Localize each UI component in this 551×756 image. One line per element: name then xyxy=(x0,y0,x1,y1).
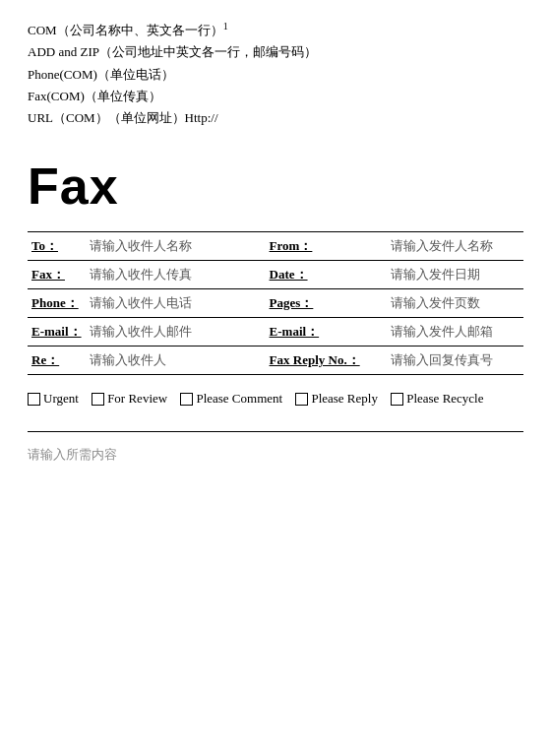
checkbox-item-1[interactable]: For Review xyxy=(92,389,167,410)
field-label-right-2: Pages： xyxy=(266,288,388,317)
checkbox-label-1: For Review xyxy=(107,389,167,410)
content-placeholder[interactable]: 请输入所需内容 xyxy=(28,446,523,464)
checkbox-section: Urgent For Review Please Comment Please … xyxy=(0,375,551,419)
field-value-right-3[interactable]: 请输入发件人邮箱 xyxy=(387,317,523,346)
field-label-right-3: E-mail： xyxy=(266,317,388,346)
field-value-right-2[interactable]: 请输入发件页数 xyxy=(387,288,523,317)
field-value-left-4[interactable]: 请输入收件人 xyxy=(86,346,258,374)
field-label-left-4: Re： xyxy=(28,346,86,374)
checkbox-box-2[interactable] xyxy=(180,393,193,406)
content-section: 请输入所需内容 xyxy=(0,431,551,464)
checkbox-label-3: Please Reply xyxy=(311,389,378,410)
checkbox-item-0[interactable]: Urgent xyxy=(28,389,79,410)
checkbox-item-2[interactable]: Please Comment xyxy=(180,389,282,410)
field-value-left-0[interactable]: 请输入收件人名称 xyxy=(86,231,258,260)
header-line-5: URL（COM）（单位网址）Http:// xyxy=(28,107,523,129)
field-label-right-1: Date： xyxy=(266,260,388,288)
checkbox-label-2: Please Comment xyxy=(196,389,282,410)
header-line-3: Phone(COM)（单位电话） xyxy=(28,64,523,86)
field-value-left-2[interactable]: 请输入收件人电话 xyxy=(86,288,258,317)
checkbox-label-0: Urgent xyxy=(43,389,79,410)
checkbox-label-4: Please Recycle xyxy=(406,389,483,410)
checkbox-item-4[interactable]: Please Recycle xyxy=(391,389,483,410)
form-row: Fax： 请输入收件人传真 Date： 请输入发件日期 xyxy=(28,260,523,288)
header-section: COM（公司名称中、英文各一行）1 ADD and ZIP（公司地址中英文各一行… xyxy=(0,0,551,139)
header-line-4: Fax(COM)（单位传真） xyxy=(28,86,523,107)
page: COM（公司名称中、英文各一行）1 ADD and ZIP（公司地址中英文各一行… xyxy=(0,0,551,756)
field-label-left-3: E-mail： xyxy=(28,317,86,346)
fax-title-section: Fax xyxy=(0,139,551,225)
field-value-right-4[interactable]: 请输入回复传真号 xyxy=(387,346,523,374)
field-label-left-0: To： xyxy=(28,231,86,260)
field-label-right-4: Fax Reply No.： xyxy=(266,346,388,374)
checkbox-box-0[interactable] xyxy=(28,393,40,406)
form-section: To： 请输入收件人名称 From： 请输入发件人名称 Fax： 请输入收件人传… xyxy=(0,231,551,375)
header-line-1: COM（公司名称中、英文各一行）1 xyxy=(28,18,523,41)
fax-title: Fax xyxy=(28,157,523,216)
field-value-right-0[interactable]: 请输入发件人名称 xyxy=(387,231,523,260)
checkbox-box-4[interactable] xyxy=(391,393,403,406)
form-row: Phone： 请输入收件人电话 Pages： 请输入发件页数 xyxy=(28,288,523,317)
content-divider xyxy=(28,431,523,432)
form-table: To： 请输入收件人名称 From： 请输入发件人名称 Fax： 请输入收件人传… xyxy=(28,231,523,375)
form-row: E-mail： 请输入收件人邮件 E-mail： 请输入发件人邮箱 xyxy=(28,317,523,346)
header-line-2: ADD and ZIP（公司地址中英文各一行，邮编号码） xyxy=(28,41,523,63)
form-row: Re： 请输入收件人 Fax Reply No.： 请输入回复传真号 xyxy=(28,346,523,374)
field-value-left-1[interactable]: 请输入收件人传真 xyxy=(86,260,258,288)
form-row: To： 请输入收件人名称 From： 请输入发件人名称 xyxy=(28,231,523,260)
checkbox-item-3[interactable]: Please Reply xyxy=(295,389,378,410)
checkbox-box-1[interactable] xyxy=(92,393,104,406)
field-label-left-1: Fax： xyxy=(28,260,86,288)
field-value-right-1[interactable]: 请输入发件日期 xyxy=(387,260,523,288)
checkbox-box-3[interactable] xyxy=(295,393,308,406)
field-label-right-0: From： xyxy=(266,231,388,260)
field-label-left-2: Phone： xyxy=(28,288,86,317)
field-value-left-3[interactable]: 请输入收件人邮件 xyxy=(86,317,258,346)
